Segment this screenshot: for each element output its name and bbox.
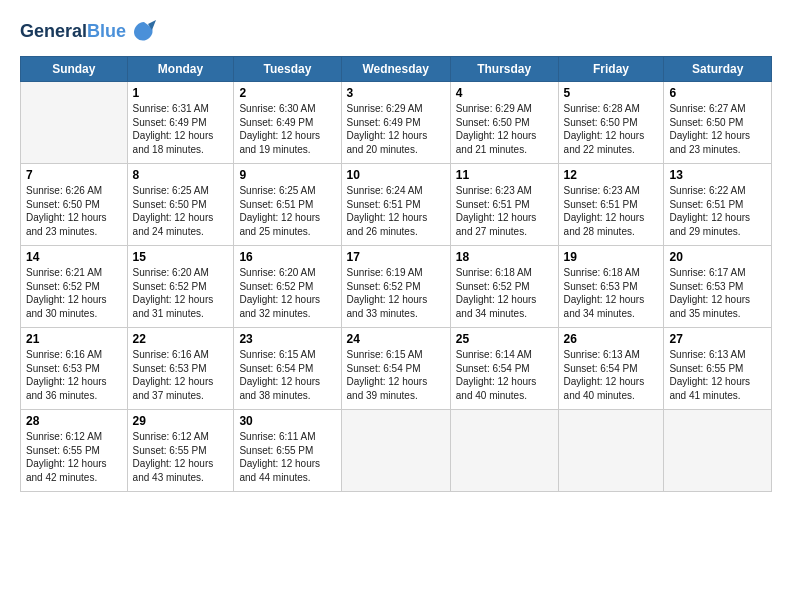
day-info: Sunrise: 6:11 AMSunset: 6:55 PMDaylight:… xyxy=(239,430,335,484)
calendar-cell: 4Sunrise: 6:29 AMSunset: 6:50 PMDaylight… xyxy=(450,82,558,164)
day-number: 19 xyxy=(564,250,659,264)
day-info: Sunrise: 6:23 AMSunset: 6:51 PMDaylight:… xyxy=(456,184,553,238)
day-number: 10 xyxy=(347,168,445,182)
day-number: 9 xyxy=(239,168,335,182)
day-number: 30 xyxy=(239,414,335,428)
calendar-cell: 3Sunrise: 6:29 AMSunset: 6:49 PMDaylight… xyxy=(341,82,450,164)
day-number: 22 xyxy=(133,332,229,346)
day-number: 17 xyxy=(347,250,445,264)
calendar-cell: 28Sunrise: 6:12 AMSunset: 6:55 PMDayligh… xyxy=(21,410,128,492)
day-number: 5 xyxy=(564,86,659,100)
day-info: Sunrise: 6:24 AMSunset: 6:51 PMDaylight:… xyxy=(347,184,445,238)
day-info: Sunrise: 6:20 AMSunset: 6:52 PMDaylight:… xyxy=(239,266,335,320)
calendar-cell: 30Sunrise: 6:11 AMSunset: 6:55 PMDayligh… xyxy=(234,410,341,492)
day-header-wednesday: Wednesday xyxy=(341,57,450,82)
day-info: Sunrise: 6:26 AMSunset: 6:50 PMDaylight:… xyxy=(26,184,122,238)
calendar-cell: 26Sunrise: 6:13 AMSunset: 6:54 PMDayligh… xyxy=(558,328,664,410)
day-info: Sunrise: 6:16 AMSunset: 6:53 PMDaylight:… xyxy=(26,348,122,402)
day-info: Sunrise: 6:19 AMSunset: 6:52 PMDaylight:… xyxy=(347,266,445,320)
day-number: 8 xyxy=(133,168,229,182)
day-number: 18 xyxy=(456,250,553,264)
day-number: 16 xyxy=(239,250,335,264)
week-row-2: 7Sunrise: 6:26 AMSunset: 6:50 PMDaylight… xyxy=(21,164,772,246)
day-number: 24 xyxy=(347,332,445,346)
calendar-table: SundayMondayTuesdayWednesdayThursdayFrid… xyxy=(20,56,772,492)
calendar-cell: 8Sunrise: 6:25 AMSunset: 6:50 PMDaylight… xyxy=(127,164,234,246)
calendar-cell: 11Sunrise: 6:23 AMSunset: 6:51 PMDayligh… xyxy=(450,164,558,246)
calendar-cell: 16Sunrise: 6:20 AMSunset: 6:52 PMDayligh… xyxy=(234,246,341,328)
week-row-1: 1Sunrise: 6:31 AMSunset: 6:49 PMDaylight… xyxy=(21,82,772,164)
calendar-cell: 5Sunrise: 6:28 AMSunset: 6:50 PMDaylight… xyxy=(558,82,664,164)
day-number: 13 xyxy=(669,168,766,182)
day-number: 27 xyxy=(669,332,766,346)
day-number: 26 xyxy=(564,332,659,346)
day-info: Sunrise: 6:13 AMSunset: 6:54 PMDaylight:… xyxy=(564,348,659,402)
day-number: 12 xyxy=(564,168,659,182)
day-number: 3 xyxy=(347,86,445,100)
day-info: Sunrise: 6:25 AMSunset: 6:51 PMDaylight:… xyxy=(239,184,335,238)
day-number: 28 xyxy=(26,414,122,428)
day-number: 23 xyxy=(239,332,335,346)
calendar-cell: 9Sunrise: 6:25 AMSunset: 6:51 PMDaylight… xyxy=(234,164,341,246)
day-number: 2 xyxy=(239,86,335,100)
calendar-cell: 2Sunrise: 6:30 AMSunset: 6:49 PMDaylight… xyxy=(234,82,341,164)
calendar-cell: 29Sunrise: 6:12 AMSunset: 6:55 PMDayligh… xyxy=(127,410,234,492)
day-info: Sunrise: 6:20 AMSunset: 6:52 PMDaylight:… xyxy=(133,266,229,320)
calendar-cell: 21Sunrise: 6:16 AMSunset: 6:53 PMDayligh… xyxy=(21,328,128,410)
day-number: 20 xyxy=(669,250,766,264)
calendar-cell xyxy=(341,410,450,492)
day-info: Sunrise: 6:31 AMSunset: 6:49 PMDaylight:… xyxy=(133,102,229,156)
calendar-cell: 18Sunrise: 6:18 AMSunset: 6:52 PMDayligh… xyxy=(450,246,558,328)
day-info: Sunrise: 6:27 AMSunset: 6:50 PMDaylight:… xyxy=(669,102,766,156)
calendar-cell: 24Sunrise: 6:15 AMSunset: 6:54 PMDayligh… xyxy=(341,328,450,410)
day-info: Sunrise: 6:28 AMSunset: 6:50 PMDaylight:… xyxy=(564,102,659,156)
day-info: Sunrise: 6:18 AMSunset: 6:52 PMDaylight:… xyxy=(456,266,553,320)
day-header-sunday: Sunday xyxy=(21,57,128,82)
day-number: 21 xyxy=(26,332,122,346)
day-number: 6 xyxy=(669,86,766,100)
calendar-cell: 10Sunrise: 6:24 AMSunset: 6:51 PMDayligh… xyxy=(341,164,450,246)
day-number: 29 xyxy=(133,414,229,428)
day-info: Sunrise: 6:29 AMSunset: 6:50 PMDaylight:… xyxy=(456,102,553,156)
calendar-cell: 6Sunrise: 6:27 AMSunset: 6:50 PMDaylight… xyxy=(664,82,772,164)
day-number: 15 xyxy=(133,250,229,264)
logo-icon xyxy=(130,18,158,46)
calendar-cell: 27Sunrise: 6:13 AMSunset: 6:55 PMDayligh… xyxy=(664,328,772,410)
day-info: Sunrise: 6:23 AMSunset: 6:51 PMDaylight:… xyxy=(564,184,659,238)
day-info: Sunrise: 6:17 AMSunset: 6:53 PMDaylight:… xyxy=(669,266,766,320)
calendar-cell xyxy=(450,410,558,492)
day-info: Sunrise: 6:22 AMSunset: 6:51 PMDaylight:… xyxy=(669,184,766,238)
day-info: Sunrise: 6:15 AMSunset: 6:54 PMDaylight:… xyxy=(239,348,335,402)
calendar-cell: 23Sunrise: 6:15 AMSunset: 6:54 PMDayligh… xyxy=(234,328,341,410)
day-number: 14 xyxy=(26,250,122,264)
calendar-cell: 12Sunrise: 6:23 AMSunset: 6:51 PMDayligh… xyxy=(558,164,664,246)
calendar-cell: 20Sunrise: 6:17 AMSunset: 6:53 PMDayligh… xyxy=(664,246,772,328)
calendar-cell: 14Sunrise: 6:21 AMSunset: 6:52 PMDayligh… xyxy=(21,246,128,328)
day-info: Sunrise: 6:18 AMSunset: 6:53 PMDaylight:… xyxy=(564,266,659,320)
day-number: 1 xyxy=(133,86,229,100)
day-info: Sunrise: 6:12 AMSunset: 6:55 PMDaylight:… xyxy=(133,430,229,484)
day-header-tuesday: Tuesday xyxy=(234,57,341,82)
calendar-cell: 13Sunrise: 6:22 AMSunset: 6:51 PMDayligh… xyxy=(664,164,772,246)
day-number: 7 xyxy=(26,168,122,182)
day-header-monday: Monday xyxy=(127,57,234,82)
week-row-4: 21Sunrise: 6:16 AMSunset: 6:53 PMDayligh… xyxy=(21,328,772,410)
week-row-3: 14Sunrise: 6:21 AMSunset: 6:52 PMDayligh… xyxy=(21,246,772,328)
logo-text: GeneralBlue xyxy=(20,22,126,42)
calendar-cell xyxy=(558,410,664,492)
calendar-cell: 19Sunrise: 6:18 AMSunset: 6:53 PMDayligh… xyxy=(558,246,664,328)
day-header-saturday: Saturday xyxy=(664,57,772,82)
calendar-cell: 17Sunrise: 6:19 AMSunset: 6:52 PMDayligh… xyxy=(341,246,450,328)
day-info: Sunrise: 6:29 AMSunset: 6:49 PMDaylight:… xyxy=(347,102,445,156)
day-header-thursday: Thursday xyxy=(450,57,558,82)
day-info: Sunrise: 6:25 AMSunset: 6:50 PMDaylight:… xyxy=(133,184,229,238)
day-number: 11 xyxy=(456,168,553,182)
header: GeneralBlue xyxy=(20,18,772,46)
calendar-cell xyxy=(664,410,772,492)
day-number: 25 xyxy=(456,332,553,346)
calendar-cell: 25Sunrise: 6:14 AMSunset: 6:54 PMDayligh… xyxy=(450,328,558,410)
day-info: Sunrise: 6:16 AMSunset: 6:53 PMDaylight:… xyxy=(133,348,229,402)
week-row-5: 28Sunrise: 6:12 AMSunset: 6:55 PMDayligh… xyxy=(21,410,772,492)
page: GeneralBlue SundayMondayTuesdayWednesday… xyxy=(0,0,792,612)
calendar-cell: 22Sunrise: 6:16 AMSunset: 6:53 PMDayligh… xyxy=(127,328,234,410)
